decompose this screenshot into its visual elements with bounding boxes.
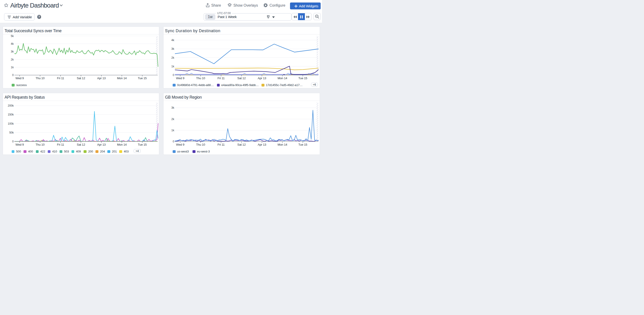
svg-text:1k: 1k bbox=[171, 65, 174, 68]
svg-text:Mon 14: Mon 14 bbox=[278, 143, 287, 146]
svg-text:0: 0 bbox=[12, 73, 14, 77]
svg-text:4k: 4k bbox=[11, 42, 14, 45]
svg-text:3k: 3k bbox=[11, 50, 14, 53]
svg-text:0: 0 bbox=[173, 140, 174, 143]
svg-text:Fri 11: Fri 11 bbox=[57, 76, 64, 80]
svg-text:Wed 9: Wed 9 bbox=[16, 76, 24, 80]
svg-text:Tue 15: Tue 15 bbox=[138, 143, 147, 146]
svg-text:4k: 4k bbox=[171, 38, 174, 42]
svg-text:2k: 2k bbox=[171, 56, 174, 59]
svg-text:Apr 13: Apr 13 bbox=[258, 143, 266, 146]
svg-text:Apr 13: Apr 13 bbox=[97, 76, 106, 80]
svg-text:Tue 15: Tue 15 bbox=[298, 76, 308, 80]
svg-text:Wed 9: Wed 9 bbox=[176, 143, 184, 146]
svg-text:3k: 3k bbox=[171, 47, 174, 50]
svg-text:0: 0 bbox=[173, 73, 174, 77]
svg-text:Thu 10: Thu 10 bbox=[196, 143, 205, 146]
svg-text:Mon 14: Mon 14 bbox=[117, 143, 127, 146]
svg-text:Wed 9: Wed 9 bbox=[16, 143, 24, 146]
svg-text:Sat 12: Sat 12 bbox=[77, 143, 85, 146]
svg-text:2k: 2k bbox=[171, 118, 174, 121]
svg-text:Mon 14: Mon 14 bbox=[278, 76, 287, 80]
svg-text:Tue 15: Tue 15 bbox=[138, 76, 147, 80]
svg-text:100k: 100k bbox=[8, 122, 14, 125]
svg-text:5k: 5k bbox=[11, 34, 14, 38]
svg-text:2k: 2k bbox=[11, 58, 14, 61]
svg-text:Apr 13: Apr 13 bbox=[258, 76, 266, 80]
svg-text:Sat 12: Sat 12 bbox=[77, 76, 85, 80]
svg-text:0: 0 bbox=[12, 140, 14, 143]
svg-text:Sat 12: Sat 12 bbox=[237, 143, 246, 146]
svg-text:Fri 11: Fri 11 bbox=[218, 143, 224, 146]
svg-text:3k: 3k bbox=[171, 106, 174, 109]
svg-text:Wed 9: Wed 9 bbox=[176, 76, 184, 80]
svg-text:Fri 11: Fri 11 bbox=[57, 143, 64, 146]
svg-text:Thu 10: Thu 10 bbox=[36, 76, 44, 80]
svg-text:Thu 10: Thu 10 bbox=[196, 76, 205, 80]
svg-text:Fri 11: Fri 11 bbox=[218, 76, 224, 80]
svg-text:Mon 14: Mon 14 bbox=[117, 76, 127, 80]
svg-text:Tue 15: Tue 15 bbox=[298, 143, 308, 146]
svg-text:1k: 1k bbox=[11, 66, 14, 69]
svg-text:200k: 200k bbox=[8, 104, 14, 107]
svg-text:1k: 1k bbox=[171, 129, 174, 132]
svg-text:150k: 150k bbox=[8, 113, 14, 116]
svg-text:50k: 50k bbox=[9, 131, 14, 134]
svg-text:Apr 13: Apr 13 bbox=[97, 143, 106, 146]
svg-text:Thu 10: Thu 10 bbox=[36, 143, 44, 146]
svg-text:Sat 12: Sat 12 bbox=[237, 76, 246, 80]
